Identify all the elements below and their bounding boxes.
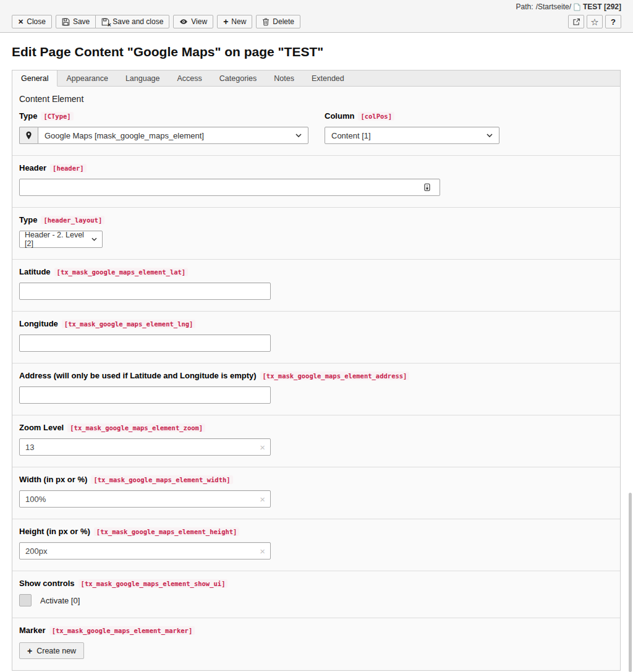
- latitude-input[interactable]: [19, 283, 271, 300]
- breadcrumb: Path: /Startseite/ TEST [292]: [516, 2, 621, 11]
- ctype-code: [CType]: [41, 112, 73, 121]
- activate-checkbox-label: Activate [0]: [40, 596, 80, 605]
- map-pin-icon: [19, 127, 38, 144]
- delete-button[interactable]: Delete: [256, 15, 300, 28]
- tab-extended[interactable]: Extended: [303, 70, 353, 87]
- header-layout-select[interactable]: Header - 2. Level [2]: [19, 231, 103, 248]
- header-label: Header: [19, 163, 46, 172]
- section-show-controls: Show controls [tx_mask_google_maps_eleme…: [12, 571, 620, 618]
- ctype-select[interactable]: Google Maps [mask_google_maps_element]: [38, 127, 308, 144]
- latitude-code: [tx_mask_google_maps_element_lat]: [54, 268, 189, 276]
- show-controls-code: [tx_mask_google_maps_element_show_ui]: [79, 579, 228, 588]
- section-width: Width (in px or %) [tx_mask_google_maps_…: [12, 467, 620, 519]
- longitude-input[interactable]: [19, 334, 271, 352]
- header-input[interactable]: [19, 179, 440, 196]
- save-icon: [62, 18, 70, 26]
- ctype-label: Type: [19, 111, 37, 121]
- section-header-layout: Type [header_layout] Header - 2. Level […: [12, 208, 620, 260]
- colpos-select-value: Content [1]: [331, 131, 371, 140]
- colpos-select[interactable]: Content [1]: [325, 127, 499, 144]
- section-zoom-level: Zoom Level [tx_mask_google_maps_element_…: [12, 415, 620, 467]
- address-label: Address (will only be used if Latitude a…: [19, 371, 257, 380]
- bookmark-button[interactable]: ☆: [587, 15, 603, 28]
- star-icon: ☆: [590, 17, 598, 27]
- header-layout-select-value: Header - 2. Level [2]: [25, 231, 87, 248]
- activate-checkbox[interactable]: [19, 594, 32, 606]
- width-code: [tx_mask_google_maps_element_width]: [91, 475, 232, 484]
- close-button[interactable]: ✕ Close: [12, 15, 52, 28]
- address-input[interactable]: [19, 386, 271, 404]
- page-title: Edit Page Content "Google Maps" on page …: [12, 45, 621, 59]
- section-longitude: Longitude [tx_mask_google_maps_element_l…: [12, 312, 620, 364]
- height-label: Height (in px or %): [19, 527, 90, 536]
- tab-access[interactable]: Access: [169, 70, 211, 87]
- section-header: Header [header]: [12, 156, 620, 208]
- marker-label: Marker: [19, 626, 46, 635]
- header-code: [header]: [50, 164, 87, 172]
- scrollbar-thumb[interactable]: [629, 493, 632, 672]
- clear-icon[interactable]: ×: [260, 443, 265, 452]
- tab-general[interactable]: General: [12, 70, 57, 87]
- eye-icon: [179, 18, 188, 25]
- zoom-level-code: [tx_mask_google_maps_element_zoom]: [67, 423, 205, 432]
- header-field-icon[interactable]: [424, 184, 430, 192]
- docheader: Path: /Startseite/ TEST [292] ✕ Close Sa…: [0, 0, 633, 33]
- tab-categories[interactable]: Categories: [211, 70, 265, 87]
- ctype-select-value: Google Maps [mask_google_maps_element]: [45, 131, 204, 140]
- show-controls-label: Show controls: [19, 579, 75, 588]
- colpos-label: Column: [325, 111, 354, 121]
- section-height: Height (in px or %) [tx_mask_google_maps…: [12, 519, 620, 571]
- width-input[interactable]: [19, 490, 271, 508]
- zoom-level-label: Zoom Level: [19, 423, 64, 432]
- create-new-button[interactable]: + Create new: [19, 642, 84, 659]
- close-icon: ✕: [18, 19, 23, 25]
- header-layout-code: [header_layout]: [41, 216, 104, 224]
- toolbar: ✕ Close Save ✕ Save and close V: [12, 15, 300, 28]
- open-in-new-window-button[interactable]: [568, 15, 584, 28]
- trash-icon: [262, 18, 270, 26]
- clear-icon[interactable]: ×: [260, 547, 265, 556]
- chevron-down-icon: [91, 237, 97, 241]
- save-button[interactable]: Save: [56, 15, 96, 28]
- width-label: Width (in px or %): [19, 475, 87, 484]
- address-code: [tx_mask_google_maps_element_address]: [260, 372, 410, 380]
- page-reference: TEST [292]: [583, 2, 621, 11]
- section-address: Address (will only be used if Latitude a…: [12, 364, 620, 415]
- chevron-down-icon: [295, 134, 302, 137]
- marker-code: [tx_mask_google_maps_element_marker]: [49, 626, 195, 635]
- longitude-label: Longitude: [19, 319, 58, 328]
- section-marker: Marker [tx_mask_google_maps_element_mark…: [12, 618, 620, 670]
- tab-appearance[interactable]: Appearance: [57, 70, 116, 87]
- view-button[interactable]: View: [173, 15, 213, 28]
- content-element-legend: Content Element: [19, 94, 613, 104]
- path-value: /Startseite/: [536, 2, 571, 11]
- height-code: [tx_mask_google_maps_element_height]: [94, 527, 240, 536]
- save-and-close-button[interactable]: ✕ Save and close: [95, 15, 169, 28]
- height-input[interactable]: [19, 542, 271, 559]
- new-button[interactable]: + New: [217, 15, 252, 28]
- section-content-element: Content Element Type [CType] Google Maps…: [12, 87, 620, 156]
- path-label: Path:: [516, 2, 533, 11]
- tab-filler: [353, 70, 620, 87]
- tab-bar: General Appearance Language Access Categ…: [12, 70, 621, 87]
- section-latitude: Latitude [tx_mask_google_maps_element_la…: [12, 260, 620, 312]
- save-close-icon: ✕: [101, 18, 109, 26]
- header-layout-label: Type: [19, 215, 37, 224]
- save-button-group: Save ✕ Save and close: [56, 15, 169, 28]
- tab-language[interactable]: Language: [117, 70, 169, 87]
- latitude-label: Latitude: [19, 267, 51, 276]
- help-button[interactable]: ?: [605, 15, 621, 28]
- docheader-right-controls: ☆ ?: [568, 15, 621, 28]
- help-icon: ?: [611, 17, 616, 27]
- page-icon: [574, 3, 580, 11]
- tab-notes[interactable]: Notes: [265, 70, 303, 87]
- chevron-down-icon: [486, 134, 493, 137]
- colpos-code: [colPos]: [358, 112, 394, 121]
- longitude-code: [tx_mask_google_maps_element_lng]: [62, 320, 196, 328]
- plus-icon: +: [27, 647, 32, 655]
- plus-icon: +: [223, 17, 228, 26]
- zoom-level-input[interactable]: [19, 438, 271, 456]
- clear-icon[interactable]: ×: [260, 495, 265, 504]
- open-in-new-window-icon: [572, 18, 580, 26]
- form-panel: Content Element Type [CType] Google Maps…: [12, 87, 621, 671]
